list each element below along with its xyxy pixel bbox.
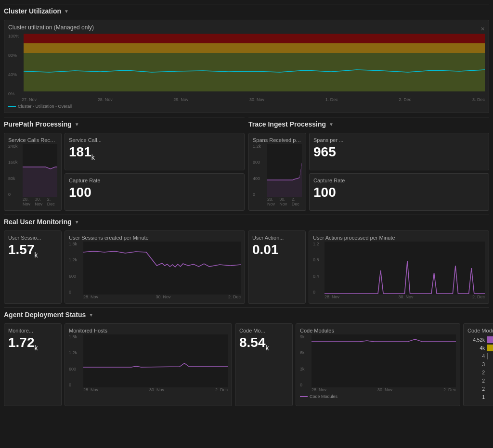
svg-rect-7: [83, 242, 241, 294]
cluster-legend: Cluster - Utilization - Overall: [8, 104, 485, 109]
svg-marker-4: [23, 167, 57, 197]
code-mod-value: 8.54k: [239, 334, 288, 352]
cluster-x-labels: 27. Nov 28. Nov 29. Nov 30. Nov 1. Dec 2…: [8, 97, 485, 102]
bar-value-label: 4: [467, 354, 485, 359]
code-bars-container: 4.52kjava4kapache43222iis1: [467, 336, 493, 400]
agent-chevron-icon[interactable]: ▼: [89, 312, 93, 318]
bar-value-label: 4k: [467, 346, 485, 351]
purepath-section: PurePath Processing ▼ Service Call... 18…: [4, 117, 245, 211]
rum-header: Real User Monitoring ▼: [4, 215, 489, 228]
rum-chevron-icon[interactable]: ▼: [75, 219, 79, 225]
svg-rect-1: [24, 43, 485, 53]
service-call-value: 181k: [69, 144, 240, 161]
bar-track: [487, 385, 493, 392]
purepath-chevron-icon[interactable]: ▼: [75, 122, 79, 127]
spans-card: Spans per ... 965: [309, 133, 489, 170]
user-session-card: User Sessio... 1.57k: [4, 230, 62, 304]
cluster-y-labels: 100% 80% 40% 0%: [8, 34, 24, 96]
bar-row: 3: [467, 361, 493, 368]
svg-rect-9: [83, 334, 228, 387]
actions-chart-card: User Actions processed per Minute 1.2 0.…: [309, 230, 489, 304]
purepath-grid: Service Call... 181k Service Calls Recei…: [4, 133, 245, 211]
bar-track: [487, 345, 493, 351]
bar-row: 2iis: [467, 385, 493, 392]
monitored-label: Monitore...: [8, 328, 57, 333]
purepath-capture-value: 100: [69, 184, 240, 201]
user-session-value: 1.57k: [8, 242, 57, 259]
sessions-chart-card: User Sessions created per Minute 1.8k 1.…: [65, 230, 245, 304]
trace-header: Trace Ingest Processing ▼: [248, 117, 489, 130]
spans-chart-card: Spans Received per Minute 1.2k 800 400 0: [248, 133, 306, 211]
cluster-section: Cluster Utilization ▼ Cluster utilizatio…: [4, 4, 489, 113]
service-call-card: Service Call... 181k: [65, 133, 245, 170]
bar-track: [487, 353, 493, 359]
bar-track: [487, 336, 493, 343]
svg-rect-8: [324, 242, 485, 294]
cluster-title: Cluster Utilization: [4, 7, 61, 15]
trace-capture-value: 100: [313, 184, 485, 201]
actions-chart-label: User Actions processed per Minute: [313, 235, 485, 241]
bar-value-label: 4.52k: [467, 337, 485, 343]
svg-rect-10: [311, 334, 456, 387]
sc-x-labels: 28. Nov 30. Nov 2. Dec: [8, 197, 57, 206]
rum-grid: User Sessio... 1.57k User Sessions creat…: [4, 230, 489, 304]
bar-row: 4.52kjava: [467, 336, 493, 343]
code-chart-card: Code Modules 9k 6k 3k 0 28. Nov 30. Nov …: [296, 323, 460, 406]
sc-y-labels: 240k 160k 80k 0: [8, 144, 23, 197]
trace-chevron-icon[interactable]: ▼: [329, 122, 334, 127]
svg-rect-2: [24, 53, 485, 91]
cluster-chevron-icon[interactable]: ▼: [64, 9, 69, 14]
trace-section: Trace Ingest Processing ▼ Spans per ... …: [248, 117, 489, 211]
code-mod-card: Code Mo... 8.54k: [235, 323, 293, 406]
trace-capture-card: Capture Rate 100: [309, 173, 489, 211]
cluster-chart-card: Cluster utilization (Managed only) ✕ 100…: [4, 20, 489, 113]
cluster-section-header: Cluster Utilization ▼: [4, 4, 489, 17]
purepath-capture-card: Capture Rate 100: [65, 173, 245, 211]
code-legend-label: Code Modules: [310, 394, 337, 399]
bar-row: 2: [467, 369, 493, 376]
code-mod-label: Code Mo...: [239, 328, 288, 333]
hosts-y-labels: 1.8k 1.2k 600 0: [69, 334, 83, 387]
hosts-x-labels: 28. Nov 30. Nov 2. Dec: [69, 387, 228, 392]
svg-rect-0: [24, 34, 485, 43]
user-action-label: User Action...: [252, 235, 301, 241]
bar-track: [487, 394, 493, 400]
service-call-label: Service Call...: [69, 137, 240, 143]
bar-fill: [487, 353, 488, 359]
trace-grid: Spans per ... 965 Spans Received per Min…: [248, 133, 489, 211]
sessions-y-labels: 1.8k 1.2k 600 0: [69, 242, 83, 294]
trace-capture-label: Capture Rate: [313, 178, 485, 183]
spans-label: Spans per ...: [313, 137, 485, 143]
cluster-legend-label: Cluster - Utilization - Overall: [18, 104, 72, 109]
agent-grid: Monitore... 1.72k Monitored Hosts 1.8k 1…: [4, 323, 489, 406]
purepath-capture-label: Capture Rate: [69, 178, 240, 183]
bar-row: 4: [467, 353, 493, 359]
bar-value-label: 2: [467, 378, 485, 384]
agent-header: Agent Deployment Status ▼: [4, 307, 489, 320]
bar-row: 2: [467, 377, 493, 384]
spans-y-labels: 1.2k 800 400 0: [253, 144, 267, 197]
bar-value-label: 2: [467, 386, 485, 392]
bar-track: [487, 377, 493, 384]
monitored-value: 1.72k: [8, 334, 57, 352]
actions-chart-svg: [324, 242, 485, 294]
user-action-value: 0.01: [252, 242, 301, 258]
bar-fill: [487, 345, 493, 351]
cluster-chart-svg: [24, 34, 485, 96]
cluster-close-btn[interactable]: ✕: [480, 26, 485, 32]
code-bars-title: Code Modules: [467, 328, 493, 333]
bar-value-label: 3: [467, 362, 485, 367]
actions-x-labels: 28. Nov 30. Nov 2. Dec: [313, 294, 485, 299]
spans-value: 965: [313, 144, 485, 160]
hosts-chart-label: Monitored Hosts: [69, 328, 228, 333]
bar-fill: [487, 361, 487, 368]
bar-fill: [487, 377, 487, 384]
sessions-chart-svg: [83, 242, 241, 294]
user-session-label: User Sessio...: [8, 235, 57, 241]
purepath-title: PurePath Processing: [4, 120, 72, 128]
bar-row: 1: [467, 394, 493, 400]
bar-value-label: 2: [467, 370, 485, 375]
purepath-header: PurePath Processing ▼: [4, 117, 245, 130]
hosts-chart-svg: [83, 334, 228, 387]
rum-title: Real User Monitoring: [4, 218, 72, 226]
